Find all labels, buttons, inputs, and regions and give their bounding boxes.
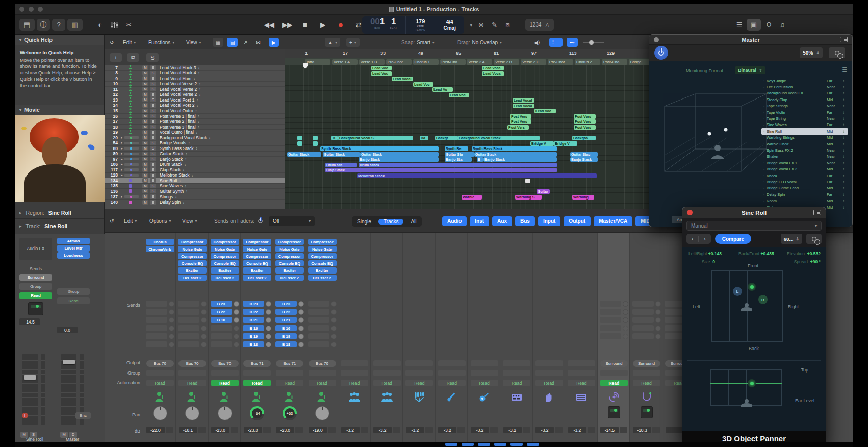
surround-panner[interactable] <box>608 406 620 418</box>
mute-button[interactable]: M <box>142 141 148 145</box>
group-slot[interactable]: Group <box>57 288 90 295</box>
empty-send-slot[interactable] <box>146 333 174 339</box>
volume-value[interactable]: -18.1 <box>179 427 197 433</box>
audio-object-row[interactable]: ◦Background Vocal FXFar⇕ <box>761 90 848 96</box>
send-knob[interactable] <box>266 326 271 331</box>
track-stepper-icon[interactable]: ↕ <box>179 179 181 182</box>
plugin-slot[interactable]: Compressor <box>211 253 239 259</box>
count-in-metronome[interactable]: 1234△ <box>525 19 554 31</box>
channel-strip[interactable]: Read-3.2 <box>566 233 598 447</box>
disclosure-arrow-icon[interactable]: ▸ <box>121 162 123 166</box>
send-bus-button[interactable]: B 18 <box>275 341 297 347</box>
global-solo-button[interactable]: S <box>146 53 159 62</box>
audio-region[interactable]: Clap Stack <box>325 168 557 172</box>
group-slot[interactable] <box>243 370 271 376</box>
volume-value[interactable]: 0.0 <box>57 327 78 333</box>
audio-region[interactable]: Guitar Stack <box>474 152 557 157</box>
audio-object-row[interactable]: ◦Bridge Vocal FX 2Mid⇕ <box>761 166 848 172</box>
audio-region[interactable]: Warble <box>462 195 482 200</box>
audio-region[interactable]: Lead Vocal <box>513 98 534 103</box>
plugin-slot[interactable]: Compressor <box>308 239 337 245</box>
send-knob[interactable] <box>234 317 239 323</box>
volume-value[interactable]: -3.2 <box>341 427 360 433</box>
send-slot[interactable]: B 21 <box>275 317 304 323</box>
empty-send-slot[interactable] <box>308 325 337 331</box>
audio-region[interactable]: Lead Voc <box>371 66 392 70</box>
audio-region[interactable] <box>525 179 530 183</box>
audio-region[interactable]: Background Vocal S <box>338 136 413 140</box>
empty-send-slot[interactable] <box>600 301 628 307</box>
send-slot[interactable]: B 18 <box>275 341 304 347</box>
record-button[interactable]: ● <box>334 18 347 31</box>
mute-button[interactable]: M <box>142 92 148 97</box>
empty-send-slot[interactable] <box>632 317 661 323</box>
gain-box[interactable] <box>555 427 563 433</box>
audio-region[interactable]: Lead Voca <box>482 71 504 76</box>
automation-mode-button[interactable]: Read <box>438 380 466 386</box>
audio-object-row[interactable]: ◦Warble ChoirMid⇕ <box>761 141 848 147</box>
track-stepper-icon[interactable]: ↕ <box>199 93 201 96</box>
gain-box[interactable] <box>425 427 433 433</box>
audio-region[interactable]: Post Vers <box>574 125 596 130</box>
audio-region[interactable]: Lead Voca <box>482 66 504 70</box>
secondary-tool-menu[interactable]: +▾ <box>346 38 360 47</box>
browser-icon[interactable]: Ω <box>763 19 775 31</box>
empty-send-slot[interactable] <box>600 309 628 315</box>
send-bus-button[interactable]: B 23 <box>275 301 297 307</box>
audio-region[interactable]: Post Vers <box>574 114 596 119</box>
send-slot[interactable]: B 16 <box>211 317 239 323</box>
track-stepper-icon[interactable]: ↕ <box>186 152 188 156</box>
automation-icon[interactable]: ↗ <box>243 38 247 47</box>
audio-region[interactable]: Guitar Sta <box>445 152 474 157</box>
plugin-slot[interactable]: Compressor <box>243 253 271 259</box>
volume-value[interactable]: -23.0 <box>276 427 294 433</box>
track-name[interactable]: Bridge Vocals <box>160 140 186 145</box>
send-knob[interactable] <box>298 326 304 331</box>
output-button[interactable]: Surround <box>633 360 660 367</box>
audio-region[interactable]: Banjo Sta <box>445 157 472 162</box>
track-name[interactable]: Lead Vocal Post 1 <box>160 97 195 103</box>
audio-region[interactable]: Banjo Stack <box>570 157 598 162</box>
object-stepper-icon[interactable]: ⇕ <box>842 91 848 95</box>
object-stepper-icon[interactable]: ⇕ <box>842 79 848 83</box>
audio-region[interactable] <box>297 136 302 140</box>
audio-region[interactable]: Lead Voc <box>371 71 392 76</box>
elevation-handle[interactable] <box>748 379 756 387</box>
arrangement-marker[interactable]: Post-Cho <box>602 59 627 65</box>
solo-button[interactable]: S <box>150 194 156 199</box>
plugin-slot[interactable]: Console EQ <box>308 260 337 266</box>
audio-region[interactable]: Guitar Stack <box>360 152 439 157</box>
track-name[interactable]: Lead Vocal Verse 2 <box>160 81 197 86</box>
mixer-icon[interactable] <box>109 19 120 31</box>
preset-select[interactable]: Manual▾ <box>686 221 822 231</box>
mute-button[interactable]: M <box>142 114 148 118</box>
audio-fx-slot[interactable]: Audio FX <box>19 238 52 260</box>
empty-send-slot[interactable] <box>211 333 239 339</box>
plugin-slot[interactable]: Loudness <box>57 252 90 259</box>
track-inspector-header[interactable]: ▸Track:Sine Roll <box>15 220 104 232</box>
quick-help-header[interactable]: ▾Quick Help <box>15 35 104 45</box>
lcd-chevron-icon[interactable]: ▾ <box>470 22 472 28</box>
solo-button[interactable]: S <box>150 184 156 188</box>
volume-value[interactable] <box>666 427 684 433</box>
edit-menu[interactable]: Edit▾ <box>123 38 136 47</box>
preset-nav[interactable]: ‹› <box>686 234 711 244</box>
audio-region[interactable]: Lead Vo <box>432 87 453 92</box>
bounce-button[interactable]: Bnc <box>75 412 91 419</box>
object-stepper-icon[interactable]: ⇕ <box>842 117 848 120</box>
view-mode-single[interactable]: Single <box>352 219 376 225</box>
track-name[interactable]: Post Verse 2 | final <box>160 119 196 124</box>
send-knob[interactable] <box>298 334 304 339</box>
stack-summary-pill[interactable] <box>124 158 139 160</box>
right-speaker-handle[interactable]: R <box>758 295 768 304</box>
plugin-slot[interactable]: DeEsser 2 <box>178 275 207 281</box>
mute-button[interactable]: M <box>142 109 148 113</box>
mute-button[interactable]: M <box>142 103 148 108</box>
pencil-icon[interactable]: ✎ <box>489 19 500 31</box>
object-position[interactable]: Far <box>827 110 842 115</box>
solo-button[interactable]: S <box>150 135 156 140</box>
plugin-slot[interactable]: Console EQ <box>211 260 239 266</box>
track-stepper-icon[interactable]: ↕ <box>197 98 199 102</box>
empty-send-slot[interactable] <box>600 333 628 339</box>
channel-strip[interactable]: Read-3.2 <box>469 233 500 447</box>
